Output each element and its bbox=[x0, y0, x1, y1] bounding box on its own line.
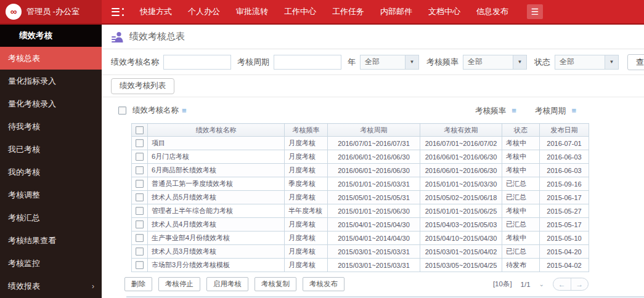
table-cell: 市场部3月分绩效考核模板 bbox=[148, 259, 285, 272]
table-cell: 月度考核 bbox=[285, 245, 328, 259]
sidebar-item[interactable]: 我已考核 bbox=[0, 138, 102, 161]
column-header[interactable]: 考核有效期 bbox=[420, 124, 502, 137]
year-select[interactable]: 全部 ▼ bbox=[360, 55, 419, 70]
sidebar-item[interactable]: 考核汇总 bbox=[0, 206, 102, 229]
table-cell: 2015/04/10~2015/04/30 bbox=[420, 232, 502, 245]
row-checkbox[interactable] bbox=[136, 207, 144, 215]
table-cell: 月度考核 bbox=[285, 137, 328, 150]
expand-chevron-icon: › bbox=[92, 282, 94, 291]
topbar: ∞ 管理员 -办公室 快捷方式个人办公审批流转工作中心工作任务内部邮件文档中心信… bbox=[0, 0, 644, 25]
table-cell: 季度考核 bbox=[285, 177, 328, 191]
table-row[interactable]: 技术人员5月绩效考核月度考核2015/05/01~2015/05/312015/… bbox=[132, 191, 589, 204]
group-period-field: 考核周期 bbox=[535, 107, 566, 115]
nav-item[interactable]: 个人办公 bbox=[188, 6, 220, 17]
action-button[interactable]: 考核复制 bbox=[255, 277, 296, 291]
row-checkbox[interactable] bbox=[136, 180, 144, 188]
table-cell: 2016-06-03 bbox=[540, 164, 589, 177]
table-cell: 半年度考核 bbox=[285, 204, 328, 218]
sidebar-item[interactable]: 待我考核 bbox=[0, 115, 102, 138]
more-menu-button[interactable]: ☰ bbox=[527, 4, 543, 19]
row-checkbox[interactable] bbox=[136, 220, 144, 228]
group-bar-right: 考核频率 ≡ 考核周期 ≡ bbox=[475, 105, 576, 116]
row-checkbox[interactable] bbox=[136, 234, 144, 242]
action-button[interactable]: 考核发布 bbox=[303, 277, 344, 291]
table-row[interactable]: 管理者上半年综合能力考核半年度考核2015/01/01~2015/06/3020… bbox=[132, 204, 589, 218]
page-indicator: 1/1 bbox=[521, 281, 531, 288]
table-cell: 2015/01/01~2015/06/30 bbox=[328, 204, 420, 218]
sidebar-item[interactable]: 我的考核 bbox=[0, 161, 102, 183]
app-window: ∞ 管理员 -办公室 快捷方式个人办公审批流转工作中心工作任务内部邮件文档中心信… bbox=[0, 0, 644, 298]
dropdown-arrow-icon: ▼ bbox=[405, 55, 418, 69]
row-checkbox[interactable] bbox=[136, 261, 144, 269]
column-header[interactable]: 考核周期 bbox=[328, 124, 420, 137]
sort-icon[interactable]: ≡ bbox=[571, 106, 576, 115]
sidebar-item-label: 量化考核录入 bbox=[8, 99, 56, 110]
table-row[interactable]: 技术人员4月绩效考核月度考核2015/04/01~2015/04/302015/… bbox=[132, 218, 589, 232]
column-header[interactable]: 绩效考核名称 bbox=[148, 124, 285, 137]
table-row[interactable]: 6月商品部长绩效考核月度考核2016/06/01~2016/06/302016/… bbox=[132, 164, 589, 177]
nav-item[interactable]: 工作中心 bbox=[284, 6, 316, 17]
next-page-button[interactable]: → bbox=[571, 278, 589, 290]
dropdown-arrow-icon: ▼ bbox=[605, 55, 618, 69]
sidebar-item[interactable]: 量化考核录入 bbox=[0, 92, 102, 115]
row-checkbox[interactable] bbox=[136, 193, 144, 201]
sidebar-item[interactable]: 考核结果查看 bbox=[0, 229, 102, 252]
column-header[interactable]: 发布日期 bbox=[540, 124, 589, 137]
nav-item[interactable]: 审批流转 bbox=[236, 6, 268, 17]
table-cell: 2015/04/01~2015/04/30 bbox=[328, 218, 420, 232]
table-cell: 管理者上半年综合能力考核 bbox=[148, 204, 285, 218]
prev-page-button[interactable]: ← bbox=[553, 278, 571, 290]
sidebar-item-label: 待我考核 bbox=[8, 121, 40, 132]
table-cell: 2015-05-17 bbox=[540, 218, 589, 232]
table-cell: 生产事业部4月份绩效考核 bbox=[148, 232, 285, 245]
table-row[interactable]: 市场部3月分绩效考核模板月度考核2015/03/01~2015/03/31201… bbox=[132, 259, 589, 272]
search-button[interactable]: 查询 bbox=[627, 54, 644, 70]
tab-row: 绩效考核列表 bbox=[102, 75, 644, 97]
assessment-table-wrap: 绩效考核名称考核频率考核周期考核有效期状态发布日期 项目月度考核2016/07/… bbox=[131, 123, 589, 272]
row-checkbox[interactable] bbox=[136, 153, 144, 161]
topbar-brand: ∞ 管理员 -办公室 bbox=[0, 0, 102, 23]
row-checkbox[interactable] bbox=[136, 248, 144, 256]
table-cell: 2016/07/01~2016/07/02 bbox=[420, 137, 502, 150]
column-header[interactable]: 考核频率 bbox=[285, 124, 328, 137]
action-button[interactable]: 启用考核 bbox=[206, 277, 248, 291]
chevron-down-icon[interactable]: ⌄ bbox=[539, 281, 544, 288]
table-cell: 已汇总 bbox=[502, 218, 540, 232]
table-cell: 普通员工第一季度绩效考核 bbox=[148, 177, 285, 191]
year-unit-label: 年 bbox=[348, 57, 356, 68]
nav-item[interactable]: 快捷方式 bbox=[140, 6, 172, 17]
row-checkbox[interactable] bbox=[136, 166, 144, 174]
table-row[interactable]: 6月门店考核月度考核2016/06/01~2016/06/302016/06/0… bbox=[132, 150, 589, 164]
sidebar-item[interactable]: 量化指标录入 bbox=[0, 70, 102, 92]
select-all-checkbox[interactable] bbox=[118, 107, 126, 115]
assessment-period-input[interactable] bbox=[274, 55, 341, 70]
table-row[interactable]: 生产事业部4月份绩效考核月度考核2015/04/01~2014/04/30201… bbox=[132, 232, 589, 245]
logo-icon: ∞ bbox=[10, 7, 17, 16]
status-select[interactable]: 全部 ▼ bbox=[555, 55, 619, 70]
column-header[interactable]: 状态 bbox=[502, 124, 540, 137]
sidebar-item[interactable]: 绩效报表› bbox=[0, 275, 102, 297]
table-row[interactable]: 普通员工第一季度绩效考核季度考核2015/01/01~2015/03/31201… bbox=[132, 177, 589, 191]
assessment-list-tab[interactable]: 绩效考核列表 bbox=[111, 78, 174, 94]
table-cell: 2015/03/01~2015/03/31 bbox=[328, 245, 420, 259]
sort-icon[interactable]: ≡ bbox=[512, 106, 516, 115]
table-cell: 2015/05/01~2015/05/31 bbox=[328, 191, 420, 204]
sidebar-item[interactable]: 考核总表 bbox=[0, 47, 102, 70]
sort-icon[interactable]: ≡ bbox=[182, 106, 187, 115]
nav-item[interactable]: 内部邮件 bbox=[380, 6, 412, 17]
collapse-menu-icon[interactable] bbox=[112, 7, 124, 17]
sidebar-item[interactable]: 考核监控 bbox=[0, 252, 102, 275]
table-row[interactable]: 技术人员3月绩效考核月度考核2015/03/01~2015/03/312015/… bbox=[132, 245, 589, 259]
nav-item[interactable]: 工作任务 bbox=[332, 6, 364, 17]
action-button[interactable]: 删除 bbox=[124, 277, 152, 291]
nav-item[interactable]: 文档中心 bbox=[428, 6, 460, 17]
table-cell: 考核中 bbox=[502, 150, 540, 164]
nav-item[interactable]: 信息发布 bbox=[476, 6, 508, 17]
action-button[interactable]: 考核停止 bbox=[158, 277, 200, 291]
assessment-name-input[interactable] bbox=[163, 55, 231, 70]
row-checkbox[interactable] bbox=[136, 139, 144, 147]
frequency-select[interactable]: 全部 ▼ bbox=[463, 55, 527, 70]
header-checkbox[interactable] bbox=[136, 126, 144, 134]
table-row[interactable]: 项目月度考核2016/07/01~2016/07/312016/07/01~20… bbox=[132, 137, 589, 150]
sidebar-item[interactable]: 考核调整 bbox=[0, 183, 102, 206]
